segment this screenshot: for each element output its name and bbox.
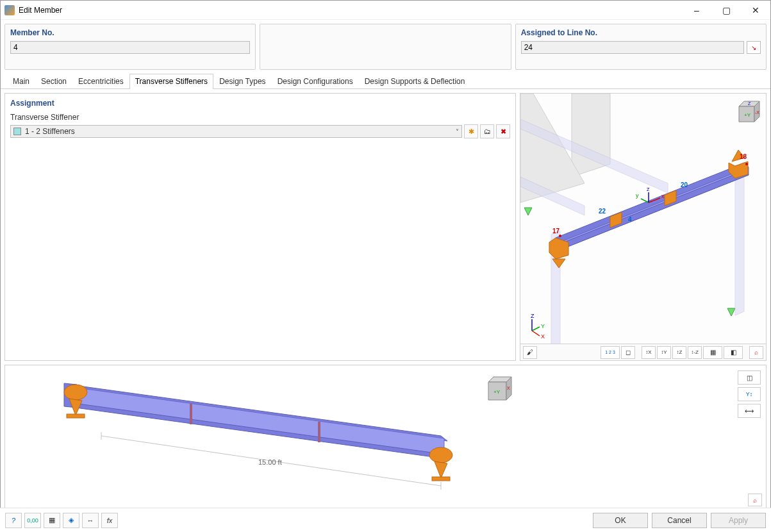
stiffener-combo[interactable]: 1 - 2 Stiffeners ˅ <box>10 125 462 138</box>
column-2 <box>735 162 744 315</box>
pick-line-button[interactable]: ↘ <box>747 41 761 54</box>
render-button[interactable]: 🖌 <box>523 346 537 359</box>
zoom-reset-icon: ⌕ <box>754 349 758 356</box>
fx-icon: fx <box>107 517 113 524</box>
numbers-button[interactable]: 1 2 3 <box>601 346 620 359</box>
assigned-line-input[interactable] <box>521 41 744 54</box>
nav-cube[interactable]: +Y -X Z <box>731 97 762 128</box>
minimize-button[interactable]: – <box>682 1 711 20</box>
zoom-reset-button[interactable]: ⌕ <box>749 346 763 359</box>
node-17-label: 17 <box>552 228 560 235</box>
delete-stiffener-button[interactable]: ✖ <box>496 124 510 138</box>
svg-text:-X: -X <box>755 110 759 115</box>
colors-button[interactable]: ▦ <box>44 513 60 528</box>
tab-section[interactable]: Section <box>35 74 72 88</box>
beam-y-button[interactable]: Y↕ <box>738 387 761 401</box>
local-y-label: y <box>636 192 639 199</box>
fx-button[interactable]: fx <box>101 513 118 528</box>
select-view-button[interactable]: ◻ <box>621 346 635 359</box>
select-view-icon: ◻ <box>626 349 631 356</box>
cancel-button[interactable]: Cancel <box>652 513 707 528</box>
global-z: Z <box>531 313 535 319</box>
maximize-button[interactable]: ▢ <box>711 1 741 20</box>
member-no-input[interactable] <box>10 41 250 54</box>
svg-text:Z: Z <box>748 101 751 106</box>
svg-line-9 <box>532 331 540 336</box>
tab-design-supports[interactable]: Design Supports & Deflection <box>359 74 471 88</box>
cube-icon: ◫ <box>747 374 752 381</box>
axis-x-icon: ↕X <box>645 349 651 355</box>
delete-icon: ✖ <box>501 128 506 136</box>
axis-z-icon: ↕Z <box>677 349 683 355</box>
axis-y-icon: ↕Y <box>661 349 667 355</box>
apply-button[interactable]: Apply <box>711 513 766 528</box>
scene-svg: 17 18 20 22 4 x y z <box>520 94 766 344</box>
beam-side-controls: ◫ Y↕ ⟷ <box>738 370 761 418</box>
chevron-down-icon: ˅ <box>456 128 459 135</box>
library-button[interactable]: 🗂 <box>480 124 494 138</box>
tab-design-types[interactable]: Design Types <box>213 74 272 88</box>
stiffener-label: Transverse Stiffener <box>10 113 510 122</box>
global-y: Y <box>541 323 545 329</box>
view-tool-icon: ◈ <box>69 516 74 524</box>
assigned-line-panel: Assigned to Line No. ↘ <box>515 24 767 70</box>
global-axes: Z Y X <box>531 313 545 340</box>
solid-button[interactable]: ◧ <box>724 346 743 359</box>
node-20-label: 20 <box>681 181 688 188</box>
display-icon: ▦ <box>710 349 716 356</box>
footer-buttons: OK Cancel Apply <box>593 513 766 528</box>
tab-design-configurations[interactable]: Design Configurations <box>272 74 359 88</box>
tab-transverse-stiffeners[interactable]: Transverse Stiffeners <box>129 74 213 89</box>
tab-bar: Main Section Eccentricities Transverse S… <box>1 74 770 89</box>
tab-eccentricities[interactable]: Eccentricities <box>72 74 129 88</box>
svg-line-8 <box>532 327 540 331</box>
svg-marker-0 <box>549 238 568 259</box>
svg-text:+Y: +Y <box>744 112 751 118</box>
library-icon: 🗂 <box>484 128 491 135</box>
member-no-label: Member No. <box>10 28 250 37</box>
title-bar: Edit Member – ▢ ✕ <box>1 1 770 20</box>
content-area: Assignment Transverse Stiffener 1 - 2 St… <box>1 89 770 365</box>
ok-button[interactable]: OK <box>593 513 648 528</box>
beam-zoom-reset-button[interactable]: ⌕ <box>748 494 762 506</box>
colors-icon: ▦ <box>49 516 55 524</box>
beam-nav-cube[interactable]: +Y X <box>479 370 515 406</box>
tab-main[interactable]: Main <box>7 74 35 88</box>
svg-point-19 <box>429 447 452 463</box>
axis-x-button[interactable]: ↕X <box>642 346 656 359</box>
beam-web <box>72 387 444 456</box>
viewport-3d[interactable]: 17 18 20 22 4 x y z <box>520 94 766 344</box>
assigned-label: Assigned to Line No. <box>521 28 761 37</box>
global-x: X <box>541 333 545 340</box>
svg-text:+Y: +Y <box>493 389 501 395</box>
view-tool-button[interactable]: ◈ <box>63 513 79 528</box>
assignment-pane: Assignment Transverse Stiffener 1 - 2 St… <box>4 93 516 361</box>
iso-z-button[interactable]: ↕‑Z <box>688 346 702 359</box>
display-button[interactable]: ▦ <box>703 346 722 359</box>
svg-text:X: X <box>507 386 510 390</box>
nodal-support-1 <box>524 208 532 215</box>
beam-dims-button[interactable]: ⟷ <box>738 404 761 418</box>
close-button[interactable]: ✕ <box>741 1 770 20</box>
new-stiffener-button[interactable]: ✱ <box>464 124 478 138</box>
beam-viewport[interactable]: 15.00 ft +Y X ◫ Y↕ ⟷ ⌕ <box>5 365 766 510</box>
header-row: Member No. Assigned to Line No. ↘ <box>1 20 770 74</box>
axis-y-button[interactable]: ↕Y <box>657 346 671 359</box>
dim-tool-button[interactable]: ↔ <box>82 513 99 528</box>
window-title: Edit Member <box>19 6 682 15</box>
member-4-label: 4 <box>628 216 632 223</box>
units-button[interactable]: 0,00 <box>24 513 41 528</box>
help-button[interactable]: ? <box>5 513 22 528</box>
svg-rect-21 <box>432 477 450 481</box>
stiffener-swatch <box>13 128 21 135</box>
beam-cube-button[interactable]: ◫ <box>738 370 761 385</box>
assignment-title: Assignment <box>10 99 510 108</box>
nodal-support-2 <box>727 308 735 316</box>
node-17-dot <box>559 235 561 237</box>
preview-pane: 17 18 20 22 4 x y z <box>520 93 767 361</box>
member-beam-top <box>556 163 749 242</box>
axis-z-button[interactable]: ↕Z <box>672 346 686 359</box>
pick-icon: ↘ <box>751 44 756 51</box>
member-no-panel: Member No. <box>4 24 256 70</box>
render-icon: 🖌 <box>527 349 533 356</box>
